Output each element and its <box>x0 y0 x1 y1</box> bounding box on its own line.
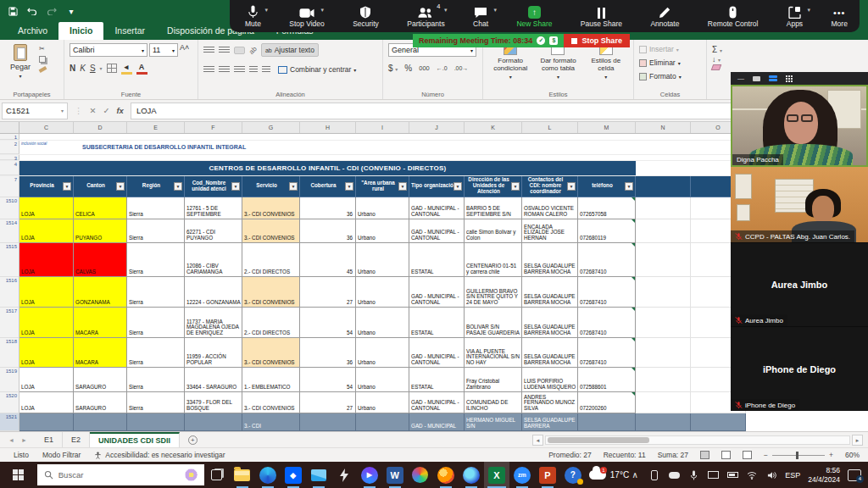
start-button[interactable] <box>0 462 37 488</box>
merge-center-button[interactable]: Combinar y centrar▾ <box>275 64 359 75</box>
underline-button[interactable]: S <box>90 64 96 73</box>
chevron-down-icon[interactable]: ▾ <box>807 7 810 14</box>
bold-button[interactable]: N <box>70 64 75 73</box>
apps-button[interactable]: ▾ Apps <box>787 5 803 28</box>
borders-icon[interactable] <box>107 64 117 73</box>
minimize-icon[interactable]: — <box>737 75 744 82</box>
cell-C1518[interactable]: LOJA <box>19 338 74 368</box>
cell-J1515[interactable]: ESTATAL <box>409 243 465 277</box>
speaker-view-icon[interactable] <box>769 75 777 81</box>
cell-I1510[interactable]: Urbano <box>356 197 409 219</box>
pause-share-button[interactable]: Pause Share <box>581 5 622 28</box>
cell-E1517[interactable]: Sierra <box>127 308 185 338</box>
cell-E1519[interactable]: Sierra <box>127 368 185 392</box>
filter-dropdown-icon[interactable]: ▼ <box>453 182 462 191</box>
row-number[interactable]: 1518 <box>0 338 19 368</box>
cell-G1521[interactable]: 3.- CDI <box>242 413 300 431</box>
cell-F1515[interactable]: 12086 - CIBV CARIAMANGA <box>185 243 242 277</box>
row-number[interactable]: 2 <box>0 141 19 154</box>
page-break-icon[interactable] <box>743 451 752 459</box>
cell-G1515[interactable]: 2.- CDI DIRECTOS <box>242 243 300 277</box>
cell-H1521[interactable] <box>300 413 356 431</box>
sheet-nav-right-icon[interactable]: ► <box>21 437 27 443</box>
filter-dropdown-icon[interactable]: ▼ <box>231 182 240 191</box>
cell-D1516[interactable]: GONZANAMA <box>74 277 127 308</box>
cut-icon[interactable]: ✂ <box>39 45 49 53</box>
zoom-level[interactable]: 60% <box>845 451 860 459</box>
column-filter-header-telefono[interactable]: teléfono▼ <box>578 176 636 197</box>
font-color-icon[interactable]: A <box>136 64 147 73</box>
decrease-decimal-icon[interactable]: .00→ <box>454 65 469 71</box>
percent-icon[interactable]: % <box>404 64 412 73</box>
wrap-text-button[interactable]: abAjustar texto <box>261 43 319 57</box>
cell-M1510[interactable]: 072657058 <box>578 197 636 219</box>
normal-view-icon[interactable] <box>700 451 709 459</box>
cell-M1519[interactable]: 072588601 <box>578 368 636 392</box>
cell-K1518[interactable]: VIA AL PUENTE INTERNACIONAL S/N NO HAY <box>465 338 522 368</box>
column-header-C[interactable]: C <box>19 122 74 133</box>
orientation-icon[interactable]: ab <box>248 45 259 56</box>
align-left-icon[interactable] <box>203 66 214 74</box>
taskbar-dropbox[interactable]: ◆ <box>281 462 306 488</box>
quick-access-more-icon[interactable]: ▾ <box>65 5 77 17</box>
align-middle-icon[interactable] <box>219 47 230 54</box>
cell-N1517[interactable] <box>636 308 691 338</box>
column-header-M[interactable]: M <box>578 122 636 133</box>
cell-N1519[interactable] <box>636 368 691 392</box>
cell-I1520[interactable]: Urbano <box>356 392 409 413</box>
cell-H1515[interactable]: 45 <box>300 243 356 277</box>
decrease-indent-icon[interactable] <box>249 66 258 74</box>
taskbar-edge[interactable] <box>255 462 281 488</box>
remote-control-button[interactable]: Remote Control <box>708 5 759 28</box>
clear-icon[interactable] <box>711 64 722 70</box>
cell-N1515[interactable] <box>636 243 691 277</box>
cell-G1518[interactable]: 3.- CDI CONVENIOS <box>242 338 300 368</box>
cell-J1514[interactable]: GAD - MUNICIPAL - CANTONAL <box>409 219 465 243</box>
tray-onedrive-icon[interactable] <box>668 469 680 481</box>
cell-L1518[interactable]: SELSA GUADALUPE BARRERA MOCHA <box>522 338 578 368</box>
cell-L1510[interactable]: OSVALDO VICENTE ROMAN CALERO <box>522 197 578 219</box>
column-header-H[interactable]: H <box>300 122 356 133</box>
cell-D1520[interactable]: SARAGURO <box>74 392 127 413</box>
taskbar-file-explorer[interactable] <box>230 462 255 488</box>
cell-M1521[interactable] <box>578 413 636 431</box>
sheet-tab-e1[interactable]: E1 <box>36 432 63 447</box>
row-number[interactable]: 7 <box>0 176 19 197</box>
align-top-icon[interactable] <box>203 47 214 54</box>
align-bottom-icon[interactable] <box>234 47 245 54</box>
chevron-down-icon[interactable]: ▾ <box>264 7 268 14</box>
cell-K1514[interactable]: calle Simon Bolivar y Colon <box>465 219 522 243</box>
cell-C1510[interactable]: LOJA <box>19 197 74 219</box>
column-filter-header-tipo[interactable]: Tipo organizació▼ <box>409 176 465 197</box>
page-layout-icon[interactable] <box>721 451 731 459</box>
video-tile-aurea[interactable]: Aurea Jimbo Aurea Jimbo <box>731 243 868 327</box>
cell-I1515[interactable]: Urbano <box>356 243 409 277</box>
redo-icon[interactable] <box>46 5 58 17</box>
cell-G1519[interactable]: 1.- EMBLEMATICO <box>242 368 300 392</box>
taskbar-color-wheel-app[interactable] <box>408 462 433 488</box>
horizontal-scrollbar[interactable] <box>545 435 850 445</box>
cell-K1515[interactable]: CENTENARIO 01-51 y carrera chile <box>465 243 522 277</box>
tray-wifi-icon[interactable] <box>746 469 758 481</box>
cell-H1516[interactable]: 27 <box>300 277 356 308</box>
sheet-tab-e2[interactable]: E2 <box>63 432 90 447</box>
format-as-table-button[interactable]: Dar formato como tabla▾ <box>536 43 580 80</box>
tray-phone-icon[interactable] <box>648 469 660 481</box>
cell-J1518[interactable]: GAD - MUNICIPAL - CANTONAL <box>409 338 465 368</box>
restore-icon[interactable] <box>753 76 760 81</box>
taskbar-clock[interactable]: 8:5624/4/2024 <box>808 466 840 484</box>
new-sheet-button[interactable]: + <box>180 432 206 447</box>
column-header-D[interactable]: D <box>74 122 127 133</box>
cell-E1521[interactable] <box>127 413 185 431</box>
cell-F1514[interactable]: 62271 - CDI PUYANGO <box>185 219 242 243</box>
taskbar-word[interactable]: W <box>382 462 408 488</box>
cell-C1515[interactable]: LOJA <box>19 243 74 277</box>
column-filter-header-region[interactable]: Región▼ <box>127 176 185 197</box>
increase-indent-icon[interactable] <box>262 66 270 74</box>
italic-button[interactable]: K <box>80 64 86 73</box>
row-number[interactable]: 1519 <box>0 368 19 392</box>
participants-button[interactable]: 4▾ Participants <box>407 5 444 28</box>
cell-J1521[interactable]: GAD - MUNICIPAL <box>409 413 465 431</box>
cell-K1519[interactable]: Fray Cristobal Zambrano <box>465 368 522 392</box>
column-filter-header-direccion[interactable]: Dirección de las Unidades de Atención▼ <box>465 176 522 197</box>
